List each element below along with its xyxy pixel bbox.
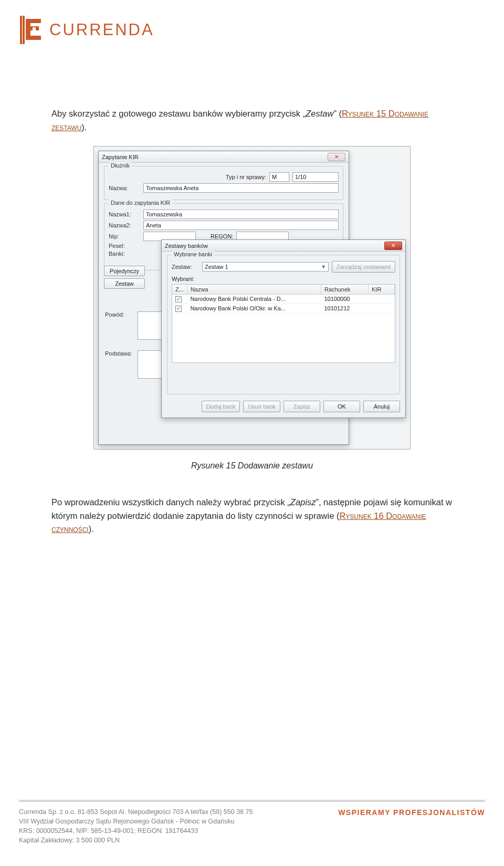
p1-pre: Aby skorzystać z gotowego zestawu banków… bbox=[51, 109, 306, 118]
table-row[interactable]: ✓ Narodowy Bank Polski Centrala - D... 1… bbox=[172, 294, 395, 304]
p2-btn: Zapisz bbox=[290, 497, 316, 507]
label-zestaw: Zestaw: bbox=[172, 264, 199, 270]
p2-post: ). bbox=[89, 524, 94, 534]
zestaw-button[interactable]: Zestaw bbox=[104, 278, 145, 289]
footer-l1: Currenda Sp. z o.o. 81-853 Sopot Al. Nie… bbox=[19, 807, 253, 817]
sets-title: Zestawy banków bbox=[165, 243, 208, 249]
input-nr[interactable]: 1/10 bbox=[292, 172, 339, 182]
label-pesel: Pesel: bbox=[109, 243, 140, 249]
kir-titlebar: Zapytanie KIR ✕ bbox=[99, 151, 349, 163]
checked-icon[interactable]: ✓ bbox=[175, 296, 182, 302]
figure-caption: Rysunek 15 Dodawanie zestawu bbox=[0, 461, 504, 471]
svg-rect-0 bbox=[20, 16, 22, 44]
label-typ: Typ i nr sprawy: bbox=[226, 174, 266, 180]
table-row[interactable]: ✓ Narodowy Bank Polski O/Okr. w Ka... 10… bbox=[172, 304, 395, 313]
embedded-screenshot: Zapytanie KIR ✕ Dłużnik Typ i nr sprawy:… bbox=[93, 146, 411, 450]
label-regon: REGON: bbox=[211, 233, 233, 239]
dodaj-bank-button[interactable]: Dodaj bank bbox=[202, 401, 240, 412]
label-nip: Nip: bbox=[109, 233, 140, 239]
label-nazwa1: Nazwa1: bbox=[109, 211, 140, 217]
p2-pre: Po wprowadzeniu wszystkich danych należy… bbox=[51, 497, 290, 507]
label-powod: Powód: bbox=[105, 311, 133, 318]
close-icon[interactable]: ✕ bbox=[384, 242, 402, 250]
ok-button[interactable]: OK bbox=[323, 401, 360, 412]
col-z[interactable]: Z... bbox=[172, 285, 187, 294]
usun-bank-button[interactable]: Usuń bank bbox=[243, 401, 280, 412]
svg-rect-1 bbox=[23, 16, 25, 44]
footer-slogan: WSPIERAMY PROFESJONALISTÓW bbox=[338, 807, 485, 818]
footer-l3: KRS: 0000052544, NIP: 585-13-49-001; REG… bbox=[19, 826, 253, 836]
footer-l4: Kapitał Zakładowy: 3 500 000 PLN bbox=[19, 836, 253, 845]
sets-zapisz-button[interactable]: Zapisz bbox=[284, 401, 320, 412]
p1-mid: ” ( bbox=[333, 109, 342, 118]
svg-rect-2 bbox=[33, 27, 36, 30]
paragraph-2: Po wprowadzeniu wszystkich danych należy… bbox=[51, 496, 453, 536]
footer-address: Currenda Sp. z o.o. 81-853 Sopot Al. Nie… bbox=[19, 807, 253, 846]
footer-l2: VIII Wydział Gospodarczy Sądu Rejonowego… bbox=[19, 817, 253, 826]
col-kir[interactable]: KIR bbox=[369, 285, 395, 294]
group-dluznik: Dłużnik Typ i nr sprawy: M 1/10 Nazwa: T… bbox=[104, 166, 343, 200]
currenda-logo-icon bbox=[20, 16, 42, 44]
label-wybrani: Wybrani: bbox=[172, 276, 194, 282]
label-nazwa: Nazwa: bbox=[109, 185, 140, 191]
brand-name: CURRENDA bbox=[49, 20, 154, 39]
p1-btn: Zestaw bbox=[306, 109, 333, 118]
col-nazwa[interactable]: Nazwa bbox=[187, 285, 321, 294]
col-rachunek[interactable]: Rachunek bbox=[321, 285, 369, 294]
page-footer: Currenda Sp. z o.o. 81-853 Sopot Al. Nie… bbox=[19, 800, 485, 846]
input-nazwa1[interactable]: Tomaszewska bbox=[143, 210, 339, 219]
brand-header: CURRENDA bbox=[20, 16, 154, 44]
select-zestaw[interactable]: Zestaw 1 ▼ bbox=[202, 262, 329, 272]
label-banki: Banki: bbox=[109, 251, 140, 257]
sets-anuluj-button[interactable]: Anuluj bbox=[363, 401, 400, 412]
close-icon[interactable]: ✕ bbox=[328, 153, 345, 161]
sets-titlebar: Zestawy banków ✕ bbox=[162, 240, 405, 252]
chevron-down-icon: ▼ bbox=[321, 264, 326, 269]
input-nazwa2[interactable]: Aneta bbox=[143, 221, 339, 230]
group-wybrane-banki: Wybrane banki Zestaw: Zestaw 1 ▼ Zarządz… bbox=[167, 255, 400, 394]
p1-post: ). bbox=[81, 122, 87, 132]
checked-icon[interactable]: ✓ bbox=[175, 306, 182, 312]
legend-dane: Dane do zapytania KIR bbox=[109, 200, 172, 206]
pojedynczy-button[interactable]: Pojedynczy bbox=[104, 266, 145, 276]
kir-title: Zapytanie KIR bbox=[102, 154, 139, 160]
side-buttons: Pojedynczy Zestaw bbox=[104, 266, 145, 289]
legend-dluznik: Dłużnik bbox=[109, 162, 132, 169]
input-nazwa[interactable]: Tomaszewska Aneta bbox=[143, 183, 339, 193]
legend-wybrane: Wybrane banki bbox=[172, 251, 214, 257]
dialog-zestawy-bankow: Zestawy banków ✕ Wybrane banki Zestaw: Z… bbox=[161, 239, 406, 418]
label-podstawa: Podstawa: bbox=[105, 350, 133, 357]
label-nazwa2: Nazwa2: bbox=[109, 222, 140, 228]
input-typ[interactable]: M bbox=[269, 172, 289, 182]
paragraph-1: Aby skorzystać z gotowego zestawu banków… bbox=[51, 107, 453, 134]
manage-sets-button[interactable]: Zarządzaj zestawami bbox=[332, 261, 395, 273]
banks-table: Z... Nazwa Rachunek KIR ✓ Narodowy Bank … bbox=[172, 284, 395, 363]
